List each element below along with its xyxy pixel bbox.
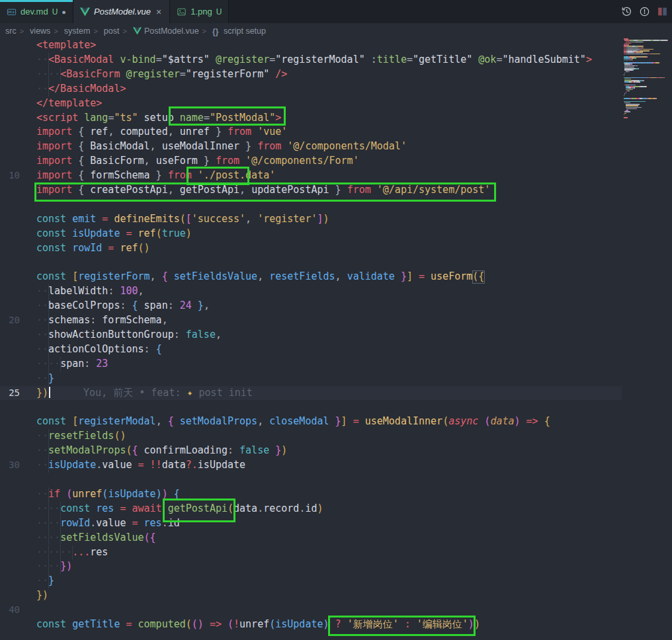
clock-icon[interactable] [639,6,650,17]
unsaved-dot-icon[interactable]: ● [62,8,66,16]
token [192,300,198,311]
close-icon[interactable]: × [155,7,163,17]
token: } [239,140,257,152]
breadcrumb-item-post[interactable]: >post [90,26,119,36]
breadcrumb-label: views [30,26,50,36]
breadcrumb-item-system[interactable]: >system [50,26,90,36]
code-line-21[interactable]: ··showActionButtonGroup: false, [0,328,622,342]
token: }) [36,387,48,399]
code-line-15[interactable]: const rowId = ref() [0,241,622,256]
token: useForm [156,155,198,167]
code-line-20[interactable]: 20··schemas: formSchema, [0,313,622,328]
code-line-31[interactable] [0,473,622,487]
code-line-38[interactable]: ··} [0,574,622,588]
token: "registerForm" [186,68,269,80]
line-number[interactable]: 40 [0,603,20,618]
code-line-35[interactable]: ····setFieldsValue({ [0,531,622,545]
token: const [36,270,66,282]
tab-PostModel.vue[interactable]: PostModel.vue× [73,0,170,23]
token: defineEmits [114,213,179,225]
breadcrumb-label: script setup [224,26,266,36]
code-editor[interactable]: <template>··<BasicModal v-bind="$attrs" … [0,38,672,640]
breadcrumb-item-PostModel.vue[interactable]: >PostModel.vue [119,26,198,36]
code-line-5[interactable]: </template> [0,97,622,111]
code-line-3[interactable]: ····<BasicForm @register="registerForm" … [0,67,622,82]
token: useModalInner [162,140,239,152]
tab-1.png[interactable]: 1.pngU [170,0,229,23]
chevron-right-icon: > [93,27,97,35]
token: "getTitle" [413,54,472,65]
code-line-9[interactable]: import { BasicForm, useForm } from '@/co… [0,154,622,169]
token: @register [126,68,179,80]
code-line-33[interactable]: ····const res = await getPostApi(data.re… [0,502,622,516]
token: = [347,415,365,427]
minimap[interactable] [622,38,668,120]
token: v-bind [120,54,155,65]
code-line-22[interactable]: ··actionColOptions: { [0,342,622,357]
token: ( [156,227,162,239]
token: const [36,415,66,427]
breadcrumb-item-script-setup[interactable]: >{}script setup [199,26,266,36]
split-editor-icon[interactable] [657,6,668,17]
token: await [132,502,162,514]
line-number[interactable]: 20 [0,313,20,328]
line-number[interactable]: 10 [0,169,20,183]
token: . [257,502,263,514]
token: { [156,343,162,355]
code-text: ··} [36,574,54,588]
code-line-34[interactable]: ····rowId.value = res.id [0,516,622,531]
code-line-6[interactable]: <script lang="ts" setup name="PostModal"… [0,111,622,126]
code-text: ····}) [36,559,72,574]
token: <script [36,112,78,124]
chevron-right-icon: > [20,27,24,35]
code-line-26[interactable] [0,401,622,415]
code-line-29[interactable]: ··setModalProps({ confirmLoading: false … [0,444,622,458]
code-text: ··} [36,372,54,386]
code-line-1[interactable]: <template> [0,38,622,53]
code-line-25[interactable]: 25})You, 前天 • feat: ✦ post init [0,386,622,401]
code-line-13[interactable]: const emit = defineEmits(['success', 're… [0,212,622,227]
code-line-27[interactable]: const [registerModal, { setModalProps, c… [0,415,622,429]
code-line-40[interactable]: 40 [0,603,622,618]
token: /> [275,68,287,80]
code-line-18[interactable]: ··labelWidth: 100, [0,284,622,299]
code-line-10[interactable]: 10import { formSchema } from './post.dat… [0,169,622,183]
token: confirmLoading [144,444,228,456]
code-line-30[interactable]: 30··isUpdate.value = !!data?.isUpdate [0,458,622,473]
code-line-16[interactable] [0,256,622,270]
code-line-17[interactable]: const [registerForm, { setFieldsValue, r… [0,270,622,284]
code-line-23[interactable]: ····span: 23 [0,357,622,372]
code-line-39[interactable]: }) [0,588,622,603]
token: data [490,415,514,427]
token: const [36,618,66,630]
code-line-36[interactable]: ······...res [0,545,622,560]
breadcrumb-item-src[interactable]: src [5,26,17,36]
token: setFieldsValue [60,532,144,543]
code-line-41[interactable]: const getTitle = computed(() => (!unref(… [0,618,622,632]
code-line-4[interactable]: ··</BasicModal> [0,82,622,97]
token: res [144,517,162,529]
history-icon[interactable] [621,6,632,17]
token: validate [347,270,395,282]
code-line-7[interactable]: import { ref, computed, unref } from 'vu… [0,125,622,140]
code-line-32[interactable]: ··if (unref(isUpdate)) { [0,487,622,502]
line-number[interactable]: 25 [0,386,20,401]
code-line-2[interactable]: ··<BasicModal v-bind="$attrs" @register=… [0,53,622,67]
code-line-37[interactable]: ····}) [0,559,622,574]
token: record [263,502,299,514]
token: formSchema [102,314,161,326]
token: => [204,618,228,630]
token: '@/components/Form' [245,155,359,167]
code-line-28[interactable]: ··resetFields() [0,429,622,444]
breadcrumb-item-views[interactable]: >views [17,26,51,36]
code-line-8[interactable]: import { BasicModal, useModalInner } fro… [0,140,622,154]
code-line-24[interactable]: ··} [0,372,622,386]
token: ·· [36,329,48,340]
tab-dev.md[interactable]: dev.mdU● [0,0,73,23]
token: value [96,517,126,529]
code-line-14[interactable]: const isUpdate = ref(true) [0,227,622,241]
line-number[interactable]: 30 [0,458,20,473]
code-text: ··isUpdate.value = !!data?.isUpdate [36,458,245,473]
token: const [36,213,66,225]
code-line-19[interactable]: ··baseColProps: { span: 24 }, [0,299,622,313]
